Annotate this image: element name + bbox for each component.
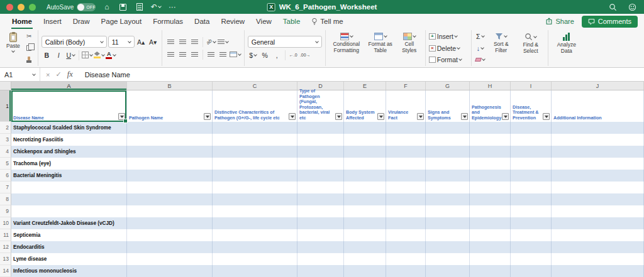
home-quick-button[interactable]: ⌂ [101, 2, 112, 12]
cell-A6[interactable]: Bacterial Meningitis [11, 170, 127, 182]
cell-B3[interactable] [127, 134, 213, 146]
row-header-3[interactable]: 3 [0, 134, 11, 146]
decrease-decimal-button[interactable]: .00→ [300, 50, 311, 60]
cell-G14[interactable] [426, 265, 470, 277]
formula-content[interactable]: Disease Name [79, 71, 130, 79]
cell-G8[interactable] [426, 193, 470, 205]
column-header-H[interactable]: H [470, 82, 511, 90]
cell-F12[interactable] [386, 241, 426, 253]
header-cell-C1[interactable]: Distinctive Characteritics of Pathogen (… [213, 90, 297, 122]
cell-J13[interactable] [552, 253, 644, 265]
cell-J3[interactable] [552, 134, 644, 146]
cell-B10[interactable] [127, 217, 213, 229]
cell-I8[interactable] [511, 193, 552, 205]
increase-font-size-button[interactable]: A▴ [136, 36, 147, 47]
header-cell-H1[interactable]: Pathogenesis and Epidemiology [470, 90, 511, 122]
fill-button[interactable]: ↓ [475, 43, 486, 53]
column-header-E[interactable]: E [344, 82, 386, 90]
cell-E13[interactable] [344, 253, 386, 265]
row-header-10[interactable]: 10 [0, 217, 11, 229]
cell-E7[interactable] [344, 182, 386, 193]
cell-H7[interactable] [470, 182, 511, 193]
cell-C11[interactable] [213, 229, 297, 241]
cell-G6[interactable] [426, 170, 470, 182]
cell-A2[interactable]: Staphylococcal Scalded Skin Syndrome [11, 122, 127, 134]
cell-J9[interactable] [552, 205, 644, 217]
cell-styles-button[interactable]: Cell Styles [397, 31, 422, 55]
row-header-6[interactable]: 6 [0, 170, 11, 182]
cell-J4[interactable] [552, 146, 644, 158]
cell-E5[interactable] [344, 158, 386, 170]
borders-button[interactable] [82, 50, 92, 60]
align-center-button[interactable] [177, 49, 188, 60]
tab-table[interactable]: Table [277, 14, 306, 29]
cell-B11[interactable] [127, 229, 213, 241]
header-cell-D1[interactable]: Type of Pathogen (Fungal, Protozoan, bac… [297, 90, 344, 122]
font-size-select[interactable]: 11 [108, 36, 135, 48]
select-all-corner[interactable] [0, 82, 11, 90]
column-header-A[interactable]: A [11, 82, 127, 90]
cell-D6[interactable] [297, 170, 344, 182]
cell-B13[interactable] [127, 253, 213, 265]
cell-A9[interactable] [11, 205, 127, 217]
cell-C14[interactable] [213, 265, 297, 277]
cell-H8[interactable] [470, 193, 511, 205]
cell-C8[interactable] [213, 193, 297, 205]
cell-E4[interactable] [344, 146, 386, 158]
search-button[interactable] [608, 2, 618, 12]
cell-E11[interactable] [344, 229, 386, 241]
cell-G3[interactable] [426, 134, 470, 146]
cell-A3[interactable]: Necrotizing Fasciitis [11, 134, 127, 146]
cell-H9[interactable] [470, 205, 511, 217]
save-button[interactable] [118, 2, 128, 12]
paste-button[interactable]: Paste [4, 31, 22, 53]
filter-button-B[interactable] [204, 113, 211, 120]
cell-D12[interactable] [297, 241, 344, 253]
cell-I13[interactable] [511, 253, 552, 265]
cell-C7[interactable] [213, 182, 297, 193]
cell-C3[interactable] [213, 134, 297, 146]
align-left-button[interactable] [165, 49, 176, 60]
tab-formulas[interactable]: Formulas [147, 14, 189, 29]
column-header-I[interactable]: I [511, 82, 552, 90]
filter-button-F[interactable] [417, 113, 424, 120]
tab-review[interactable]: Review [215, 14, 250, 29]
delete-cells-button[interactable]: ×Delete [429, 43, 468, 53]
cell-I7[interactable] [511, 182, 552, 193]
cell-B8[interactable] [127, 193, 213, 205]
cell-F5[interactable] [386, 158, 426, 170]
close-window-button[interactable] [6, 4, 13, 11]
decrease-font-size-button[interactable]: A▾ [148, 36, 158, 47]
cell-C13[interactable] [213, 253, 297, 265]
cell-F11[interactable] [386, 229, 426, 241]
tab-home[interactable]: Home [6, 14, 38, 29]
cut-button[interactable]: ✂ [24, 31, 35, 41]
conditional-formatting-button[interactable]: Conditional Formatting [329, 31, 364, 55]
cell-E8[interactable] [344, 193, 386, 205]
cell-J5[interactable] [552, 158, 644, 170]
cell-I11[interactable] [511, 229, 552, 241]
row-header-7[interactable]: 7 [0, 182, 11, 193]
underline-button[interactable]: U [65, 50, 76, 60]
copy-button[interactable] [24, 43, 35, 53]
zoom-window-button[interactable] [29, 4, 36, 11]
cell-B4[interactable] [127, 146, 213, 158]
cell-B6[interactable] [127, 170, 213, 182]
cell-A12[interactable]: Endocarditis [11, 241, 127, 253]
cell-F2[interactable] [386, 122, 426, 134]
italic-button[interactable]: I [53, 50, 64, 60]
cell-F14[interactable] [386, 265, 426, 277]
cell-G5[interactable] [426, 158, 470, 170]
merge-center-button[interactable] [230, 49, 241, 60]
cell-C4[interactable] [213, 146, 297, 158]
tab-page-layout[interactable]: Page Layout [96, 14, 148, 29]
cell-D8[interactable] [297, 193, 344, 205]
orientation-button[interactable]: ab [206, 36, 216, 47]
cell-F10[interactable] [386, 217, 426, 229]
cell-D14[interactable] [297, 265, 344, 277]
cell-J2[interactable] [552, 122, 644, 134]
wrap-text-button[interactable] [218, 36, 228, 47]
cell-F6[interactable] [386, 170, 426, 182]
column-header-C[interactable]: C [213, 82, 297, 90]
cell-H3[interactable] [470, 134, 511, 146]
